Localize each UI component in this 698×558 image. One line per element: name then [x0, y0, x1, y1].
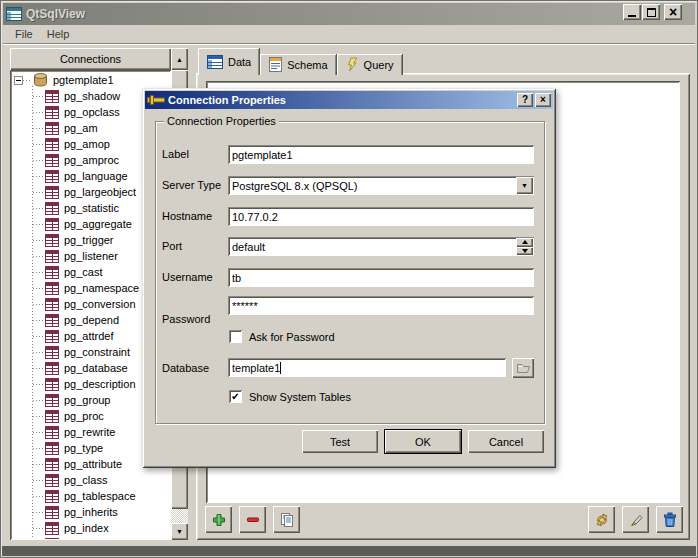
test-button[interactable]: Test	[302, 430, 378, 453]
username-input[interactable]: tb	[228, 268, 534, 287]
table-icon	[45, 490, 59, 503]
dialog-close-button[interactable]: ×	[535, 93, 551, 107]
hostname-input[interactable]: 10.77.0.2	[228, 207, 534, 226]
refresh-button[interactable]	[588, 506, 615, 533]
table-icon	[45, 442, 59, 455]
remove-row-button[interactable]	[239, 506, 266, 533]
dialog-titlebar[interactable]: Connection Properties ? ×	[145, 91, 553, 109]
menubar: File Help	[3, 25, 695, 44]
tree-item-label: pg_depend	[64, 314, 119, 326]
tree-item-label: pg_conversion	[64, 298, 136, 310]
edit-button[interactable]	[622, 506, 649, 533]
tab-bar: Data Schema Query	[196, 48, 403, 75]
ok-button[interactable]: OK	[385, 430, 461, 453]
show-system-tables-checkbox[interactable]: ✔	[229, 390, 242, 403]
tree-item-label: pg_tablespace	[64, 490, 136, 502]
close-icon: ×	[540, 95, 546, 105]
tab-data[interactable]: Data	[198, 48, 260, 75]
tree-item-label: pg_aggregate	[64, 218, 132, 230]
table-icon	[45, 202, 59, 215]
table-icon	[45, 522, 59, 535]
tree-item-label: pg_am	[64, 122, 98, 134]
database-label: Database	[162, 361, 209, 375]
spin-up-button[interactable]	[516, 238, 533, 247]
tab-query-label: Query	[364, 59, 394, 71]
duplicate-button[interactable]	[273, 506, 300, 533]
table-icon	[45, 138, 59, 151]
copy-pages-icon	[279, 512, 295, 528]
maximize-button[interactable]	[642, 4, 660, 20]
dialog-title: Connection Properties	[168, 94, 515, 106]
tree-item-label: pg_attribute	[64, 458, 122, 470]
tree-item[interactable]	[12, 536, 170, 539]
menu-help[interactable]: Help	[40, 26, 77, 42]
database-input[interactable]: template1	[228, 358, 506, 377]
label-field-label: Label	[162, 147, 189, 161]
tree-item[interactable]: pg_tablespace	[12, 488, 170, 504]
ask-for-password-checkbox[interactable]	[229, 330, 242, 343]
tree-item[interactable]: pg_index	[12, 520, 170, 536]
table-icon	[45, 282, 59, 295]
scroll-down-icon: ▼	[176, 528, 183, 535]
table-icon	[45, 362, 59, 375]
ask-for-password-label[interactable]: Ask for Password	[249, 330, 335, 344]
cancel-button[interactable]: Cancel	[468, 430, 544, 453]
tree-item-label: pg_cast	[64, 266, 103, 278]
tree-item-label: pg_class	[64, 474, 107, 486]
tree-item-label: pg_constraint	[64, 346, 130, 358]
tree-item-label: pg_proc	[64, 410, 104, 422]
tree-item[interactable]: pg_inherits	[12, 504, 170, 520]
scroll-down-button[interactable]: ▼	[171, 523, 188, 540]
show-system-tables-label[interactable]: Show System Tables	[249, 390, 351, 404]
tree-root-label: pgtemplate1	[53, 74, 114, 86]
delete-button[interactable]	[656, 506, 683, 533]
plug-icon	[147, 92, 165, 108]
table-icon	[45, 106, 59, 119]
tree-item-label: pg_amproc	[64, 154, 119, 166]
table-icon	[45, 346, 59, 359]
pen-icon	[628, 512, 644, 528]
spin-buttons[interactable]	[516, 238, 533, 255]
tree-item-label: pg_rewrite	[64, 426, 115, 438]
table-icon	[45, 218, 59, 231]
connections-header[interactable]: Connections	[10, 48, 171, 70]
window-titlebar[interactable]: QtSqlView	[3, 3, 695, 25]
password-label: Password	[162, 312, 210, 326]
spin-down-button[interactable]	[516, 247, 533, 256]
minimize-icon	[628, 15, 636, 17]
combo-dropdown-button[interactable]: ▼	[516, 177, 533, 194]
label-input[interactable]: pgtemplate1	[228, 145, 534, 164]
menu-file[interactable]: File	[8, 26, 40, 42]
table-icon	[45, 314, 59, 327]
dialog-help-button[interactable]: ?	[517, 93, 533, 107]
close-button[interactable]: ×	[664, 4, 682, 20]
spin-up-icon	[522, 240, 528, 244]
table-icon	[45, 394, 59, 407]
tree-item-label: pg_opclass	[64, 106, 120, 118]
password-input[interactable]: ******	[228, 296, 534, 315]
table-icon	[45, 410, 59, 423]
table-icon	[45, 506, 59, 519]
port-label: Port	[162, 239, 182, 253]
tree-item-label: pg_amop	[64, 138, 110, 150]
tree-item[interactable]: pg_class	[12, 472, 170, 488]
minimize-button[interactable]	[623, 4, 641, 20]
tab-query[interactable]: Query	[337, 54, 403, 75]
scroll-up-button[interactable]: ▲	[171, 48, 188, 70]
tree-item-label: pg_language	[64, 170, 128, 182]
tree-root-item[interactable]: pgtemplate1	[12, 72, 170, 88]
browse-database-button[interactable]	[512, 358, 534, 378]
table-icon	[45, 298, 59, 311]
app-table-icon	[6, 7, 22, 21]
tab-schema[interactable]: Schema	[260, 54, 336, 75]
server-type-combobox[interactable]: PostgreSQL 8.x (QPSQL) ▼	[228, 176, 534, 195]
port-spinbox[interactable]: default	[228, 237, 534, 256]
table-icon	[45, 234, 59, 247]
add-row-button[interactable]	[205, 506, 232, 533]
tree-item-label: pg_namespace	[64, 282, 139, 294]
tree-item-label: pg_trigger	[64, 234, 114, 246]
collapse-icon[interactable]	[14, 76, 23, 85]
table-icon	[45, 458, 59, 471]
scroll-up-icon: ▲	[176, 56, 183, 63]
refresh-icon	[594, 512, 610, 528]
